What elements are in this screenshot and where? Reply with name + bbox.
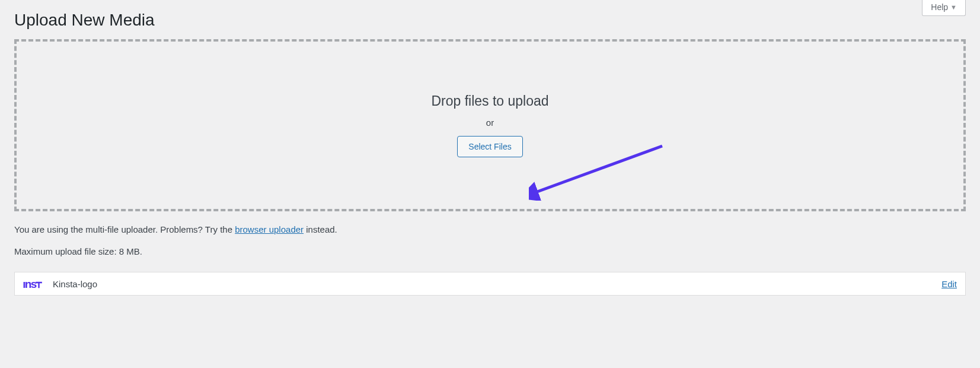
dropzone-or: or (431, 118, 548, 128)
annotation-arrow-icon (529, 141, 677, 201)
upload-dropzone[interactable]: Drop files to upload or Select Files (14, 39, 966, 211)
uploader-info-prefix: You are using the multi-file uploader. P… (14, 224, 235, 234)
edit-media-link[interactable]: Edit (941, 279, 957, 289)
thumbnail-logo-text: ınsᴛ (23, 277, 41, 291)
page-title: Upload New Media (14, 0, 966, 39)
uploader-info-text: You are using the multi-file uploader. P… (14, 224, 966, 234)
uploader-info-suffix: instead. (304, 224, 337, 234)
browser-uploader-link[interactable]: browser uploader (235, 224, 304, 234)
media-filename: Kinsta-logo (53, 279, 97, 289)
max-upload-size-text: Maximum upload file size: 8 MB. (14, 246, 966, 256)
svg-line-1 (532, 146, 662, 193)
help-tab-label: Help (931, 2, 948, 12)
media-thumbnail: ınsᴛ (18, 275, 46, 293)
dropzone-prompt: Drop files to upload (431, 93, 548, 109)
help-tab[interactable]: Help ▼ (922, 0, 966, 16)
caret-down-icon: ▼ (950, 4, 957, 11)
media-item-row: ınsᴛ Kinsta-logo Edit (14, 272, 966, 296)
select-files-button[interactable]: Select Files (457, 136, 522, 157)
